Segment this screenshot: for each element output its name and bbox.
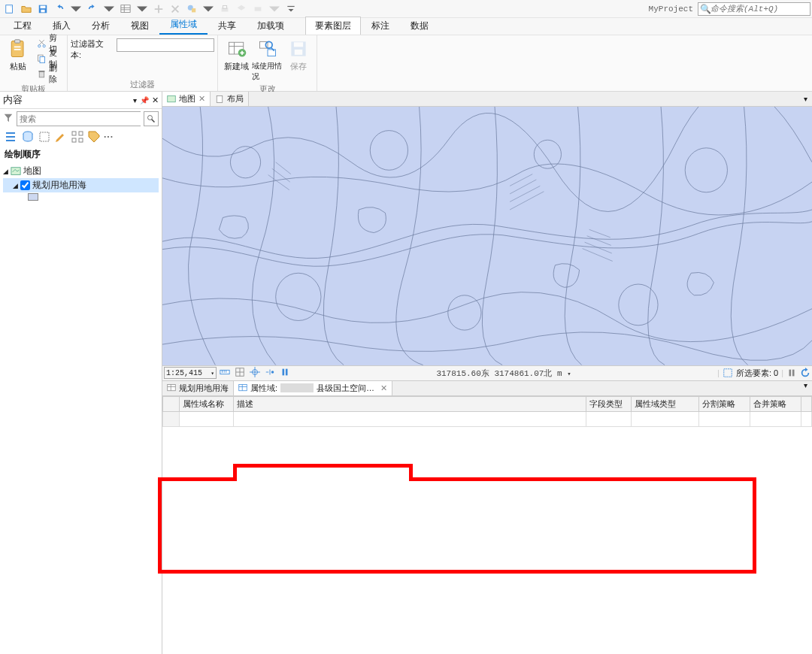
more-icon[interactable]: ··· (104, 132, 114, 142)
map-canvas[interactable] (162, 107, 812, 366)
label-icon[interactable] (87, 130, 101, 144)
print-icon (217, 2, 232, 17)
map-icon (11, 166, 21, 177)
annotation-highlight (233, 464, 412, 468)
expander-icon[interactable]: ◢ (13, 182, 18, 189)
tab-share[interactable]: 共享 (208, 17, 247, 35)
svg-rect-81 (792, 370, 795, 377)
refresh-icon[interactable] (800, 368, 810, 378)
expander-icon[interactable]: ◢ (3, 168, 8, 175)
pause-draw-icon[interactable] (786, 368, 797, 378)
close-icon[interactable]: ✕ (380, 383, 387, 393)
col-domain-type[interactable]: 属性域类型 (632, 396, 699, 411)
svg-rect-16 (223, 5, 226, 8)
svg-point-76 (271, 371, 274, 374)
svg-point-27 (43, 45, 45, 47)
symbol-swatch (28, 193, 38, 201)
redo-icon[interactable] (85, 2, 100, 17)
contents-search-input[interactable] (17, 111, 141, 126)
data-source-icon[interactable] (21, 130, 35, 144)
tab-project[interactable]: 工程 (3, 17, 42, 35)
tab-view[interactable]: 视图 (120, 17, 159, 35)
lower-tab-domain[interactable]: 属性域: 县级国土空间… ✕ (234, 381, 392, 395)
domain-icon (238, 383, 247, 392)
dyn-text-icon[interactable] (265, 367, 275, 379)
domain-usage-button[interactable]: 域使用情况 (252, 37, 283, 82)
new-project-icon[interactable] (2, 2, 17, 17)
pin-icon[interactable]: 📌 (140, 96, 149, 104)
save-icon[interactable] (35, 2, 50, 17)
tree-map-node[interactable]: ◢ 地图 (3, 164, 159, 178)
tree-symbol-swatch[interactable] (3, 192, 159, 201)
tab-addin[interactable]: 加载项 (247, 17, 295, 35)
context-tab-data[interactable]: 数据 (400, 17, 439, 35)
col-field-type[interactable]: 字段类型 (586, 396, 632, 411)
chart-icon[interactable] (184, 2, 199, 17)
annotation-highlight (409, 477, 756, 481)
svg-rect-47 (6, 136, 15, 138)
chart-dropdown[interactable] (201, 2, 216, 17)
undo-icon[interactable] (52, 2, 67, 17)
tree-layer-land-use[interactable]: ◢ 规划用地用海 (3, 178, 159, 192)
delete-button[interactable]: 删除 (37, 67, 64, 80)
svg-point-44 (148, 116, 153, 120)
svg-rect-46 (6, 132, 15, 134)
edit-icon[interactable] (54, 130, 68, 144)
pause-icon[interactable] (280, 367, 290, 379)
scale-selector[interactable]: 1:25,415▾ (164, 367, 217, 379)
view-tab-map[interactable]: 地图 ✕ (162, 92, 211, 106)
close-icon[interactable]: ✕ (198, 94, 205, 104)
paste-button[interactable]: 粘贴 (3, 37, 34, 82)
table-icon[interactable] (118, 2, 133, 17)
svg-rect-3 (41, 5, 46, 8)
domain-grid[interactable]: 属性域名称 描述 字段类型 属性域类型 分割策略 合并策略 (162, 396, 812, 427)
svg-rect-42 (294, 50, 302, 55)
measure-icon[interactable] (220, 367, 230, 379)
svg-marker-11 (137, 6, 147, 11)
svg-rect-55 (11, 167, 20, 174)
lower-tab-attribute-table[interactable]: 规划用地用海 (162, 381, 234, 395)
table-row[interactable] (163, 411, 812, 426)
col-domain-name[interactable]: 属性域名称 (180, 396, 234, 411)
svg-marker-19 (269, 6, 280, 11)
contents-search-button[interactable] (144, 111, 159, 126)
snap-icon[interactable] (71, 130, 84, 144)
col-description[interactable]: 描述 (234, 396, 586, 411)
map-icon (167, 95, 176, 104)
drawing-order-icon[interactable] (5, 130, 18, 144)
command-search[interactable]: 🔍 (698, 2, 810, 16)
table-dropdown[interactable] (135, 2, 150, 17)
close-icon[interactable]: ✕ (152, 95, 159, 105)
snap-status-icon[interactable] (250, 367, 260, 379)
table-icon (167, 383, 176, 392)
qat-customize-dropdown[interactable] (283, 2, 298, 17)
group-filter-title: 过滤器 (68, 79, 217, 91)
lower-tab-land-use-label: 规划用地用海 (179, 383, 229, 394)
view-tab-layout[interactable]: 布局 (211, 92, 249, 106)
tree-map-label: 地图 (23, 165, 41, 177)
grid-icon[interactable] (235, 367, 245, 379)
col-split-policy[interactable]: 分割策略 (699, 396, 750, 411)
filter-text-input[interactable] (117, 38, 214, 52)
lower-tabs-dropdown[interactable]: ▾ (799, 381, 812, 395)
tab-domain[interactable]: 属性域 (159, 16, 208, 35)
context-tab-annotate[interactable]: 标注 (361, 17, 400, 35)
filter-funnel-icon[interactable] (3, 113, 14, 126)
section-drawing-order: 绘制顺序 (0, 147, 162, 162)
view-tabs-dropdown[interactable]: ▾ (799, 95, 812, 103)
context-tab-featurelayer[interactable]: 要素图层 (305, 17, 361, 35)
command-search-input[interactable] (698, 3, 810, 15)
chevron-down-icon[interactable]: ▾ (133, 96, 137, 104)
selection-icon[interactable] (38, 130, 51, 144)
svg-rect-54 (79, 138, 83, 142)
layer-visible-checkbox[interactable] (20, 180, 30, 190)
redo-dropdown[interactable] (102, 2, 117, 17)
svg-rect-78 (286, 369, 288, 376)
col-merge-policy[interactable]: 合并策略 (750, 396, 801, 411)
open-icon[interactable] (19, 2, 34, 17)
undo-dropdown[interactable] (68, 2, 83, 17)
new-domain-button[interactable]: 新建域 (221, 37, 252, 82)
tab-analysis[interactable]: 分析 (81, 17, 120, 35)
selection-status-icon[interactable] (723, 368, 733, 378)
paste-label: 粘贴 (10, 61, 26, 72)
